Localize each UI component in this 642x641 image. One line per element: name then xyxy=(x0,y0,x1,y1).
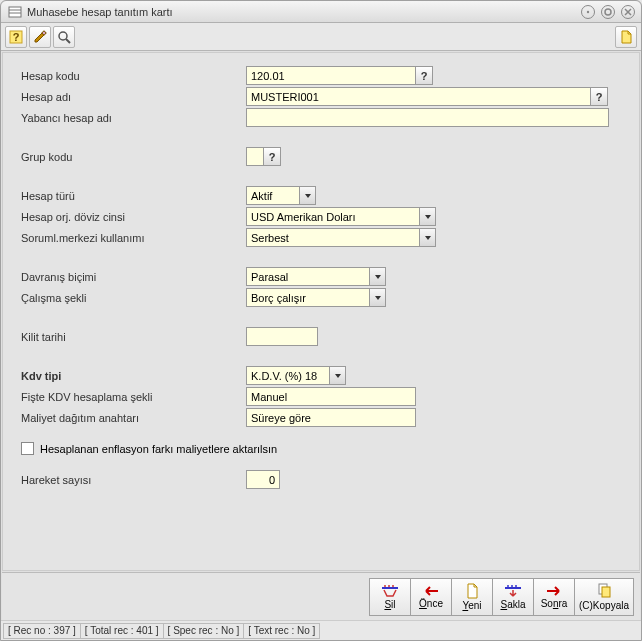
delete-icon xyxy=(381,584,399,598)
statusbar: [ Rec no : 397 ] [ Total rec : 401 ] [ S… xyxy=(1,620,641,640)
yeni-label: Yeni xyxy=(462,600,481,611)
save-icon xyxy=(504,584,522,598)
help-button[interactable]: ? xyxy=(5,26,27,48)
yabanci-input[interactable] xyxy=(246,108,609,127)
svg-point-3 xyxy=(587,10,589,12)
chevron-down-icon xyxy=(419,208,435,225)
app-icon xyxy=(7,4,23,20)
davranis-value: Parasal xyxy=(251,271,369,283)
sonra-label: Sonra xyxy=(541,598,568,609)
calisma-select[interactable]: Borç çalışır xyxy=(246,288,386,307)
status-rec-no: [ Rec no : 397 ] xyxy=(3,623,81,639)
enflasyon-label: Hesaplanan enflasyon farkı maliyetlere a… xyxy=(40,443,277,455)
status-text-rec: [ Text rec : No ] xyxy=(243,623,320,639)
arrow-right-icon xyxy=(545,585,563,597)
chevron-down-icon xyxy=(369,268,385,285)
sonra-button[interactable]: Sonra xyxy=(533,578,575,616)
doviz-value: USD Amerikan Doları xyxy=(251,211,419,223)
soruml-value: Serbest xyxy=(251,232,419,244)
window-controls xyxy=(581,5,635,19)
yabanci-label: Yabancı hesap adı xyxy=(21,112,246,124)
hesap-adi-input[interactable] xyxy=(246,87,591,106)
edit-button[interactable] xyxy=(29,26,51,48)
kopyala-label: (C)Kopyala xyxy=(579,600,629,611)
document-button[interactable] xyxy=(615,26,637,48)
svg-rect-13 xyxy=(602,587,610,597)
zoom-button[interactable] xyxy=(53,26,75,48)
chevron-down-icon xyxy=(299,187,315,204)
kdv-tipi-label: Kdv tipi xyxy=(21,370,246,382)
app-window: Muhasebe hesap tanıtım kartı ? Hesap kod… xyxy=(0,0,642,641)
enflasyon-checkbox[interactable] xyxy=(21,442,34,455)
chevron-down-icon xyxy=(419,229,435,246)
hesap-kodu-label: Hesap kodu xyxy=(21,70,246,82)
davranis-select[interactable]: Parasal xyxy=(246,267,386,286)
bottom-toolbar: Sil Önce Yeni Sakla Sonra (C)Kopyala xyxy=(2,572,640,620)
grup-kodu-lookup[interactable]: ? xyxy=(263,147,281,166)
soruml-select[interactable]: Serbest xyxy=(246,228,436,247)
hesap-kodu-input[interactable] xyxy=(246,66,416,85)
maliyet-input[interactable] xyxy=(246,408,416,427)
maliyet-label: Maliyet dağıtım anahtarı xyxy=(21,412,246,424)
once-button[interactable]: Önce xyxy=(410,578,452,616)
hesap-kodu-lookup[interactable]: ? xyxy=(415,66,433,85)
sil-label: Sil xyxy=(384,599,395,610)
close-button[interactable] xyxy=(621,5,635,19)
hesap-adi-label: Hesap adı xyxy=(21,91,246,103)
arrow-left-icon xyxy=(422,585,440,597)
hesap-adi-lookup[interactable]: ? xyxy=(590,87,608,106)
soruml-label: Soruml.merkezi kullanımı xyxy=(21,232,246,244)
status-total-rec: [ Total rec : 401 ] xyxy=(80,623,164,639)
titlebar: Muhasebe hesap tanıtım kartı xyxy=(1,1,641,23)
sakla-button[interactable]: Sakla xyxy=(492,578,534,616)
fiste-label: Fişte KDV hesaplama şekli xyxy=(21,391,246,403)
kilit-input[interactable] xyxy=(246,327,318,346)
kdv-tipi-select[interactable]: K.D.V. (%) 18 xyxy=(246,366,346,385)
once-label: Önce xyxy=(419,598,443,609)
calisma-label: Çalışma şekli xyxy=(21,292,246,304)
doviz-label: Hesap orj. döviz cinsi xyxy=(21,211,246,223)
top-toolbar: ? xyxy=(1,23,641,51)
sakla-label: Sakla xyxy=(500,599,525,610)
kilit-label: Kilit tarihi xyxy=(21,331,246,343)
chevron-down-icon xyxy=(369,289,385,306)
hareket-input xyxy=(246,470,280,489)
svg-point-8 xyxy=(59,32,67,40)
window-title: Muhasebe hesap tanıtım kartı xyxy=(27,6,581,18)
form-area: Hesap kodu ? Hesap adı ? Yabancı hesap a… xyxy=(2,52,640,571)
calisma-value: Borç çalışır xyxy=(251,292,369,304)
svg-text:?: ? xyxy=(13,31,20,43)
chevron-down-icon xyxy=(329,367,345,384)
maximize-button[interactable] xyxy=(601,5,615,19)
davranis-label: Davranış biçimi xyxy=(21,271,246,283)
grup-kodu-label: Grup kodu xyxy=(21,151,246,163)
hesap-turu-value: Aktif xyxy=(251,190,299,202)
minimize-button[interactable] xyxy=(581,5,595,19)
new-doc-icon xyxy=(465,583,479,599)
svg-point-4 xyxy=(605,9,611,15)
status-spec-rec: [ Spec rec : No ] xyxy=(163,623,245,639)
svg-rect-0 xyxy=(9,7,21,17)
hesap-turu-label: Hesap türü xyxy=(21,190,246,202)
copy-icon xyxy=(596,583,612,599)
kdv-tipi-value: K.D.V. (%) 18 xyxy=(251,370,329,382)
yeni-button[interactable]: Yeni xyxy=(451,578,493,616)
doviz-select[interactable]: USD Amerikan Doları xyxy=(246,207,436,226)
svg-line-9 xyxy=(66,39,70,43)
hareket-label: Hareket sayısı xyxy=(21,474,246,486)
kopyala-button[interactable]: (C)Kopyala xyxy=(574,578,634,616)
sil-button[interactable]: Sil xyxy=(369,578,411,616)
fiste-input[interactable] xyxy=(246,387,416,406)
grup-kodu-input[interactable] xyxy=(246,147,264,166)
hesap-turu-select[interactable]: Aktif xyxy=(246,186,316,205)
